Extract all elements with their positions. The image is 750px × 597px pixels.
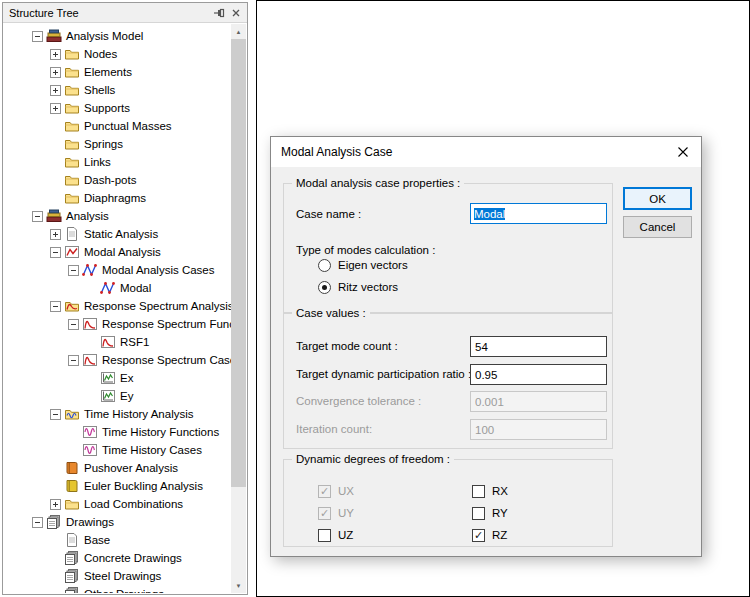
checkbox-icon[interactable]: [318, 529, 331, 542]
tree-item-static-analysis[interactable]: Static Analysis: [4, 225, 233, 243]
expand-icon[interactable]: [50, 499, 61, 510]
tree-item-label: RSF1: [120, 336, 149, 348]
tree-item-time-history-functions[interactable]: Time History Functions: [4, 423, 233, 441]
properties-group: Modal analysis case properties : Case na…: [283, 183, 613, 313]
checkbox-label: UY: [338, 507, 354, 519]
expand-icon[interactable]: [50, 229, 61, 240]
collapse-icon[interactable]: [50, 247, 61, 258]
tree-item-label: Elements: [84, 66, 132, 78]
tree-item-drawings[interactable]: Drawings: [4, 513, 233, 531]
checkbox-rx[interactable]: RX: [472, 482, 508, 500]
tree-item-dash-pots[interactable]: Dash-pots: [4, 171, 233, 189]
tree-item-euler-buckling-analysis[interactable]: Euler Buckling Analysis: [4, 477, 233, 495]
sheets-icon: [64, 568, 80, 584]
dialog-titlebar[interactable]: Modal Analysis Case: [271, 137, 701, 167]
collapse-icon[interactable]: [32, 31, 43, 42]
checkbox-icon[interactable]: ✓: [472, 529, 485, 542]
input-iteration-count: [470, 419, 607, 440]
expand-icon[interactable]: [50, 103, 61, 114]
checkbox-rz[interactable]: ✓RZ: [472, 526, 507, 544]
tree-item-label: Response Spectrum Cases: [102, 354, 233, 366]
tree-item-other-drawings[interactable]: Other Drawings: [4, 585, 233, 593]
tree-item-diaphragms[interactable]: Diaphragms: [4, 189, 233, 207]
tree-item-springs[interactable]: Springs: [4, 135, 233, 153]
tree-item-modal-analysis-cases[interactable]: Modal Analysis Cases: [4, 261, 233, 279]
expand-icon[interactable]: [50, 67, 61, 78]
radio-label: Eigen vectors: [338, 259, 408, 271]
tree-item-modal-analysis[interactable]: Modal Analysis: [4, 243, 233, 261]
tree-item-response-spectrum-cases[interactable]: Response Spectrum Cases: [4, 351, 233, 369]
collapse-icon[interactable]: [32, 211, 43, 222]
tree-item-label: Links: [84, 156, 111, 168]
books-icon: [46, 208, 62, 224]
tree-item-shells[interactable]: Shells: [4, 81, 233, 99]
input-target-mode-count[interactable]: [470, 336, 607, 357]
tree-item-nodes[interactable]: Nodes: [4, 45, 233, 63]
tree-item-label: Response Spectrum Analysis: [84, 300, 233, 312]
tree-item-label: Load Combinations: [84, 498, 183, 510]
checkbox-uz[interactable]: UZ: [318, 526, 353, 544]
tree-item-ex[interactable]: Ex: [4, 369, 233, 387]
tree-item-punctual-masses[interactable]: Punctual Masses: [4, 117, 233, 135]
tree-item-label: Steel Drawings: [84, 570, 161, 582]
case-name-label: Case name :: [296, 208, 361, 220]
input-target-dynamic-participation-ratio[interactable]: [470, 364, 607, 385]
case-name-input[interactable]: Modal: [470, 203, 607, 224]
tree-item-label: Base: [84, 534, 110, 546]
checkbox-icon[interactable]: [472, 507, 485, 520]
collapse-icon[interactable]: [50, 409, 61, 420]
tree-item-response-spectrum-functions[interactable]: Response Spectrum Functions: [4, 315, 233, 333]
scroll-down-icon[interactable]: ▼: [231, 578, 246, 593]
scroll-thumb[interactable]: [231, 39, 246, 487]
expand-icon[interactable]: [50, 85, 61, 96]
collapse-icon[interactable]: [50, 301, 61, 312]
dof-group-title: Dynamic degrees of freedom :: [292, 453, 454, 465]
scroll-up-icon[interactable]: ▲: [231, 24, 246, 39]
spectrum-icon: [82, 316, 98, 332]
checkbox-icon[interactable]: [472, 485, 485, 498]
tree-item-ey[interactable]: Ey: [4, 387, 233, 405]
dialog-close-icon[interactable]: [665, 137, 701, 167]
tree-item-label: Nodes: [84, 48, 117, 60]
tree-item-time-history-cases[interactable]: Time History Cases: [4, 441, 233, 459]
tree-scrollbar[interactable]: ▲ ▼: [231, 24, 246, 593]
tree-item-label: Ex: [120, 372, 133, 384]
radio-button-icon[interactable]: [318, 281, 331, 294]
tree-item-concrete-drawings[interactable]: Concrete Drawings: [4, 549, 233, 567]
pin-icon[interactable]: [210, 5, 227, 21]
tree-item-base[interactable]: Base: [4, 531, 233, 549]
tree-item-steel-drawings[interactable]: Steel Drawings: [4, 567, 233, 585]
ok-button[interactable]: OK: [623, 187, 692, 210]
cancel-button[interactable]: Cancel: [623, 216, 692, 238]
collapse-icon[interactable]: [32, 517, 43, 528]
tree-item-elements[interactable]: Elements: [4, 63, 233, 81]
collapse-icon[interactable]: [68, 355, 79, 366]
radio-button-icon[interactable]: [318, 259, 331, 272]
checkbox-ry[interactable]: RY: [472, 504, 508, 522]
tree-item-links[interactable]: Links: [4, 153, 233, 171]
tree-item-load-combinations[interactable]: Load Combinations: [4, 495, 233, 513]
folder-icon: [64, 46, 80, 62]
tree-item-modal[interactable]: Modal: [4, 279, 233, 297]
book-yellow-icon: [64, 478, 80, 494]
tree-item-label: Analysis: [66, 210, 109, 222]
tree-item-pushover-analysis[interactable]: Pushover Analysis: [4, 459, 233, 477]
expand-icon[interactable]: [50, 49, 61, 60]
sheets-icon: [64, 550, 80, 566]
radio-eigen-vectors[interactable]: Eigen vectors: [318, 254, 408, 276]
tree-item-analysis[interactable]: Analysis: [4, 207, 233, 225]
collapse-icon[interactable]: [68, 265, 79, 276]
radio-ritz-vectors[interactable]: Ritz vectors: [318, 276, 408, 298]
tree-item-label: Dash-pots: [84, 174, 136, 186]
panel-close-icon[interactable]: [227, 5, 244, 21]
tree-item-time-history-analysis[interactable]: Time History Analysis: [4, 405, 233, 423]
tree-item-rsf1[interactable]: RSF1: [4, 333, 233, 351]
tree-item-supports[interactable]: Supports: [4, 99, 233, 117]
tree-item-label: Modal: [120, 282, 151, 294]
tree-item-analysis-model[interactable]: Analysis Model: [4, 27, 233, 45]
input-convergence-tolerance: [470, 391, 607, 412]
book-orange-icon: [64, 460, 80, 476]
collapse-icon[interactable]: [68, 319, 79, 330]
folder-icon: [64, 172, 80, 188]
tree-item-response-spectrum-analysis[interactable]: Response Spectrum Analysis: [4, 297, 233, 315]
